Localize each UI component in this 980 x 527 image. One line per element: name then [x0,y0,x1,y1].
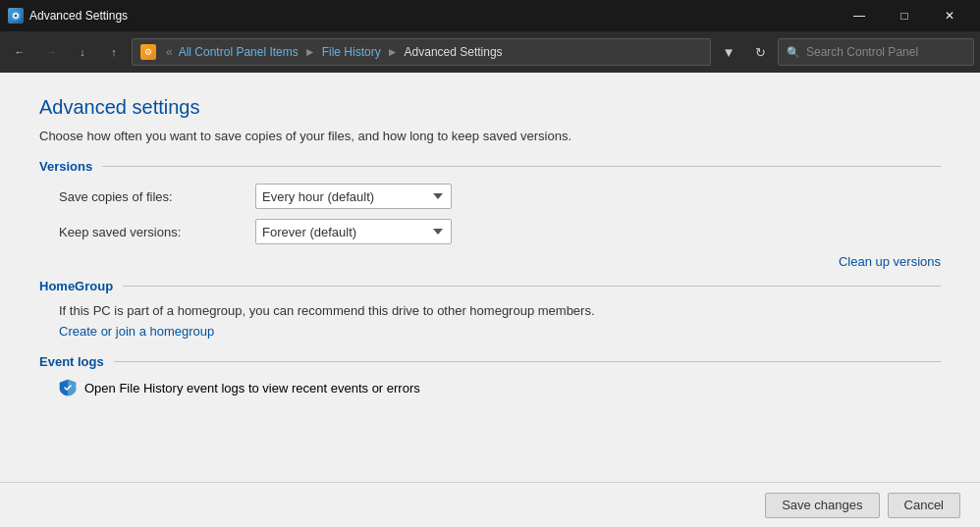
keep-versions-select[interactable]: 1 month 3 months 6 months 9 months 1 yea… [255,219,452,244]
event-log-row: Open File History event logs to view rec… [39,379,941,396]
page-title: Advanced settings [39,96,941,119]
main-content: Advanced settings Choose how often you w… [0,73,980,482]
homegroup-label: HomeGroup [39,279,113,293]
breadcrumb-current: Advanced Settings [405,45,503,59]
back-button[interactable]: ← [6,38,33,66]
eventlogs-section-header: Event logs [39,354,941,369]
keep-versions-row: Keep saved versions: 1 month 3 months 6 … [39,219,941,244]
keep-versions-label: Keep saved versions: [59,225,255,239]
search-icon: 🔍 [787,46,800,59]
save-changes-button[interactable]: Save changes [765,493,879,518]
breadcrumb-sep-2: ► [304,45,316,59]
breadcrumb-sep-1: « [166,45,173,59]
breadcrumb-icon: ⚙ [140,44,156,60]
versions-section-header: Versions [39,159,941,174]
homegroup-body: If this PC is part of a homegroup, you c… [39,303,941,339]
open-event-log-link[interactable]: Open File History event logs to view rec… [84,381,420,395]
breadcrumb-bar: ⚙ « All Control Panel Items ► File Histo… [132,38,711,66]
breadcrumb-all-control-panel[interactable]: All Control Panel Items [179,45,299,59]
eventlogs-label: Event logs [39,354,104,369]
recent-locations-button[interactable]: ↓ [69,38,96,66]
app-icon [8,8,24,24]
page-subtitle: Choose how often you want to save copies… [39,129,941,143]
refresh-button[interactable]: ↻ [746,38,774,66]
create-homegroup-link[interactable]: Create or join a homegroup [59,324,214,339]
minimize-button[interactable]: — [837,0,882,31]
clean-up-link-row: Clean up versions [39,254,941,269]
versions-label: Versions [39,159,92,174]
homegroup-divider [123,286,941,287]
eventlogs-divider [114,361,941,362]
dropdown-button[interactable]: ▼ [715,38,742,66]
save-copies-label: Save copies of files: [59,189,255,204]
address-bar: ← → ↓ ↑ ⚙ « All Control Panel Items ► Fi… [0,31,980,73]
search-bar: 🔍 [778,38,974,66]
save-copies-select[interactable]: Every 10 minutes Every 15 minutes Every … [255,184,452,209]
svg-point-2 [15,15,18,18]
homegroup-section-header: HomeGroup [39,279,941,293]
maximize-button[interactable]: □ [882,0,927,31]
bottom-bar: Save changes Cancel [0,482,980,527]
close-button[interactable]: ✕ [927,0,972,31]
window-title: Advanced Settings [29,9,837,23]
clean-up-versions-link[interactable]: Clean up versions [839,254,941,269]
breadcrumb-sep-3: ► [387,45,399,59]
search-input[interactable] [806,45,965,59]
homegroup-text: If this PC is part of a homegroup, you c… [59,303,941,318]
up-button[interactable]: ↑ [100,38,128,66]
window-controls: — □ ✕ [837,0,972,31]
uac-shield-icon [59,379,77,396]
breadcrumb-file-history[interactable]: File History [322,45,381,59]
forward-button[interactable]: → [37,38,65,66]
cancel-button[interactable]: Cancel [888,493,960,518]
save-copies-row: Save copies of files: Every 10 minutes E… [39,184,941,209]
versions-divider [102,166,941,167]
title-bar: Advanced Settings — □ ✕ [0,0,980,31]
